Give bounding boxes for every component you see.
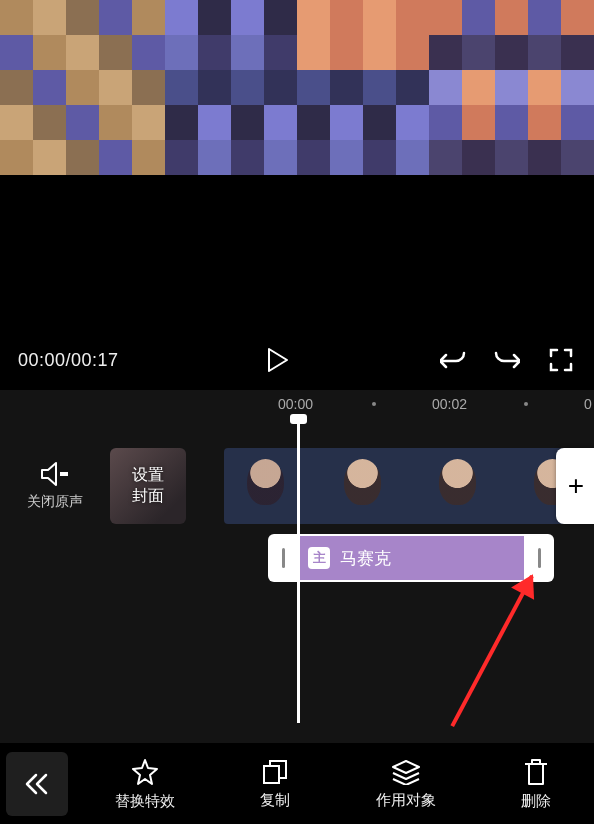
redo-button[interactable] (492, 345, 522, 375)
ruler-tick-1: 00:02 (432, 396, 467, 412)
annotation-arrow (450, 575, 533, 727)
plus-icon: + (568, 470, 584, 502)
copy-icon (262, 759, 288, 785)
playhead[interactable] (297, 418, 300, 723)
ruler-tick-2: 0 (584, 396, 592, 412)
play-icon (267, 347, 289, 373)
layers-icon (391, 759, 421, 785)
copy-button[interactable]: 复制 (260, 759, 290, 810)
fullscreen-icon (549, 348, 573, 372)
video-preview (0, 0, 594, 175)
time-display: 00:00/00:17 (18, 350, 119, 371)
mute-original-audio[interactable]: 关闭原声 (12, 461, 98, 511)
current-time: 00:00 (18, 350, 66, 370)
clip-thumbnail (409, 448, 502, 524)
effect-trim-handle-left[interactable] (268, 534, 298, 582)
video-clip[interactable] (224, 448, 594, 524)
redo-icon (494, 349, 520, 371)
cover-label: 设置 封面 (132, 465, 164, 507)
ruler-minor-tick (524, 402, 528, 406)
clip-thumbnail (224, 448, 317, 524)
bottom-toolbar: 替换特效 复制 作用对象 删除 (0, 744, 594, 824)
clip-thumbnail (317, 448, 410, 524)
effect-name: 马赛克 (340, 547, 391, 570)
replace-effect-button[interactable]: 替换特效 (115, 758, 175, 811)
player-controls: 00:00/00:17 (0, 330, 594, 390)
tool-label: 作用对象 (376, 791, 436, 810)
ruler-tick-0: 00:00 (278, 396, 313, 412)
total-time: 00:17 (71, 350, 119, 370)
add-clip-button[interactable]: + (556, 448, 594, 524)
preview-letterbox (0, 175, 594, 330)
effect-badge: 主 (308, 547, 330, 569)
fullscreen-button[interactable] (546, 345, 576, 375)
undo-icon (440, 349, 466, 371)
tool-label: 复制 (260, 791, 290, 810)
set-cover-button[interactable]: 设置 封面 (110, 448, 186, 524)
ruler-minor-tick (372, 402, 376, 406)
apply-target-button[interactable]: 作用对象 (376, 759, 436, 810)
undo-button[interactable] (438, 345, 468, 375)
mosaic-effect (0, 0, 594, 175)
effect-clip-body[interactable]: 主 马赛克 (298, 534, 524, 582)
timeline[interactable]: 关闭原声 设置 封面 + 主 (0, 418, 594, 743)
tool-label: 删除 (521, 792, 551, 811)
svg-rect-0 (60, 472, 68, 476)
effect-clip[interactable]: 主 马赛克 (268, 534, 554, 582)
speaker-icon (40, 461, 70, 487)
trash-icon (523, 758, 549, 786)
play-button[interactable] (263, 345, 293, 375)
chevron-double-left-icon (25, 773, 49, 795)
delete-button[interactable]: 删除 (521, 758, 551, 811)
mute-label: 关闭原声 (27, 493, 83, 511)
back-button[interactable] (6, 752, 68, 816)
tool-label: 替换特效 (115, 792, 175, 811)
star-icon (131, 758, 159, 786)
svg-rect-1 (264, 766, 279, 783)
